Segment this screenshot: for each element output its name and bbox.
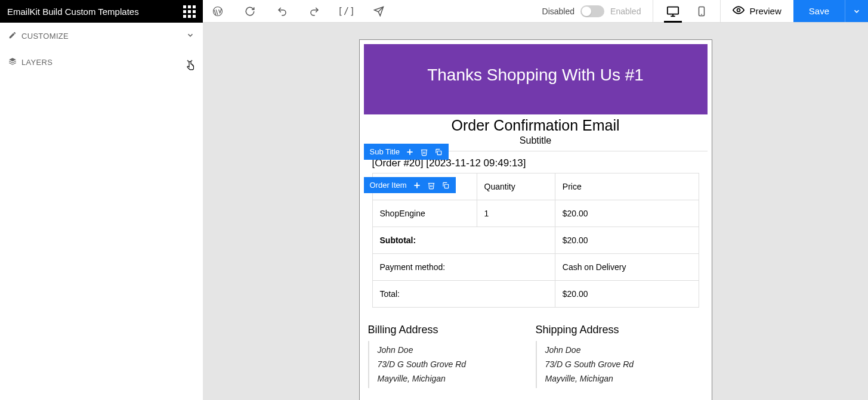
editor-canvas: Sub Title Order Item Thanks Shopping Wit… bbox=[203, 23, 868, 400]
cell-payment-value: Cash on Delivery bbox=[555, 254, 699, 281]
email-header[interactable]: Thanks Shopping With Us #1 bbox=[364, 44, 708, 114]
svg-rect-11 bbox=[437, 151, 441, 154]
sidebar-section-layers[interactable]: LAYERS bbox=[0, 49, 203, 75]
copy-icon[interactable] bbox=[441, 181, 450, 190]
svg-point-6 bbox=[737, 9, 740, 12]
sidebar-section-label: CUSTOMIZE bbox=[21, 32, 69, 41]
table-header-price: Price bbox=[555, 173, 699, 200]
app-title: EmailKit Build Custom Templates bbox=[7, 7, 139, 17]
email-header-title: Thanks Shopping With Us #1 bbox=[427, 66, 644, 84]
address-name: John Doe bbox=[378, 343, 536, 358]
save-dropdown-button[interactable] bbox=[845, 0, 868, 22]
billing-address-column: Billing Address John Doe 73/D G South Gr… bbox=[368, 324, 536, 388]
confirmation-block[interactable]: Order Confirmation Email Subtitle bbox=[364, 117, 708, 146]
table-row: ShopEngine 1 $20.00 bbox=[372, 200, 699, 227]
cell-total-label: Total: bbox=[372, 281, 555, 308]
plus-icon[interactable] bbox=[406, 148, 414, 156]
desktop-device-button[interactable] bbox=[666, 0, 679, 22]
table-row: Total: $20.00 bbox=[372, 281, 699, 308]
sidebar-section-label: LAYERS bbox=[21, 58, 52, 67]
element-toolbar-subtitle: Sub Title bbox=[364, 144, 449, 160]
pencil-icon bbox=[8, 31, 17, 41]
email-frame[interactable]: Sub Title Order Item Thanks Shopping Wit… bbox=[359, 39, 712, 400]
copy-icon[interactable] bbox=[434, 148, 443, 156]
sidebar-section-customize[interactable]: CUSTOMIZE bbox=[0, 23, 203, 49]
shipping-address-box: John Doe 73/D G South Grove Rd Mayville,… bbox=[536, 341, 703, 388]
shipping-address-column: Shipping Address John Doe 73/D G South G… bbox=[536, 324, 703, 388]
trash-icon[interactable] bbox=[427, 181, 435, 190]
address-line2: Mayville, Michigan bbox=[378, 372, 536, 386]
toggle-disabled-label: Disabled bbox=[542, 7, 574, 16]
cell-subtotal-label: Subtotal: bbox=[372, 227, 555, 254]
table-row: Subtotal: $20.00 bbox=[372, 227, 699, 254]
billing-address-title: Billing Address bbox=[368, 324, 536, 336]
svg-rect-1 bbox=[668, 7, 678, 14]
cell-quantity: 1 bbox=[477, 200, 555, 227]
sidebar-header: EmailKit Build Custom Templates bbox=[0, 0, 203, 23]
redo-icon[interactable] bbox=[309, 6, 320, 17]
element-toolbar-label: Sub Title bbox=[370, 147, 400, 156]
wordpress-icon[interactable] bbox=[212, 6, 223, 17]
addresses-block[interactable]: Billing Address John Doe 73/D G South Gr… bbox=[360, 321, 712, 400]
shortcode-icon[interactable]: [/] bbox=[341, 6, 352, 17]
table-row: Payment method: Cash on Delivery bbox=[372, 254, 699, 281]
cell-product: ShopEngine bbox=[372, 200, 477, 227]
device-switcher bbox=[653, 0, 720, 22]
shipping-address-title: Shipping Address bbox=[536, 324, 703, 336]
table-header-quantity: Quantity bbox=[477, 173, 555, 200]
save-button[interactable]: Save bbox=[793, 0, 845, 22]
apps-grid-icon[interactable] bbox=[183, 5, 196, 18]
refresh-icon[interactable] bbox=[245, 6, 255, 17]
undo-icon[interactable] bbox=[277, 6, 288, 17]
billing-address-box: John Doe 73/D G South Grove Rd Mayville,… bbox=[368, 341, 536, 388]
send-icon[interactable] bbox=[373, 6, 384, 17]
cell-payment-label: Payment method: bbox=[372, 254, 555, 281]
sidebar: EmailKit Build Custom Templates CUSTOMIZ… bbox=[0, 0, 203, 400]
toggle-enabled-label: Enabled bbox=[610, 7, 641, 16]
element-toolbar-orderitem: Order Item bbox=[364, 177, 456, 193]
layers-icon bbox=[8, 57, 17, 67]
topbar: [/] Disabled Enabled Preview Save bbox=[203, 0, 868, 23]
address-line1: 73/D G South Grove Rd bbox=[545, 358, 703, 372]
confirmation-title: Order Confirmation Email bbox=[364, 117, 708, 134]
address-line2: Mayville, Michigan bbox=[545, 372, 703, 386]
order-block[interactable]: [Order #20] [2023-11-12 09:49:13] Produc… bbox=[364, 151, 708, 317]
mobile-device-button[interactable] bbox=[696, 0, 707, 22]
cell-subtotal-value: $20.00 bbox=[555, 227, 699, 254]
enabled-toggle[interactable] bbox=[580, 5, 604, 17]
cell-price: $20.00 bbox=[555, 200, 699, 227]
svg-rect-16 bbox=[444, 184, 448, 188]
address-line1: 73/D G South Grove Rd bbox=[378, 358, 536, 372]
cell-total-value: $20.00 bbox=[555, 281, 699, 308]
element-toolbar-label: Order Item bbox=[370, 181, 407, 190]
enabled-toggle-group: Disabled Enabled bbox=[542, 5, 641, 17]
eye-icon bbox=[733, 4, 745, 18]
preview-label: Preview bbox=[749, 6, 781, 16]
chevron-down-icon bbox=[186, 31, 194, 41]
trash-icon[interactable] bbox=[420, 148, 428, 156]
preview-button[interactable]: Preview bbox=[720, 0, 793, 22]
chevron-down-icon bbox=[185, 57, 194, 68]
address-name: John Doe bbox=[545, 343, 703, 358]
plus-icon[interactable] bbox=[413, 181, 421, 190]
